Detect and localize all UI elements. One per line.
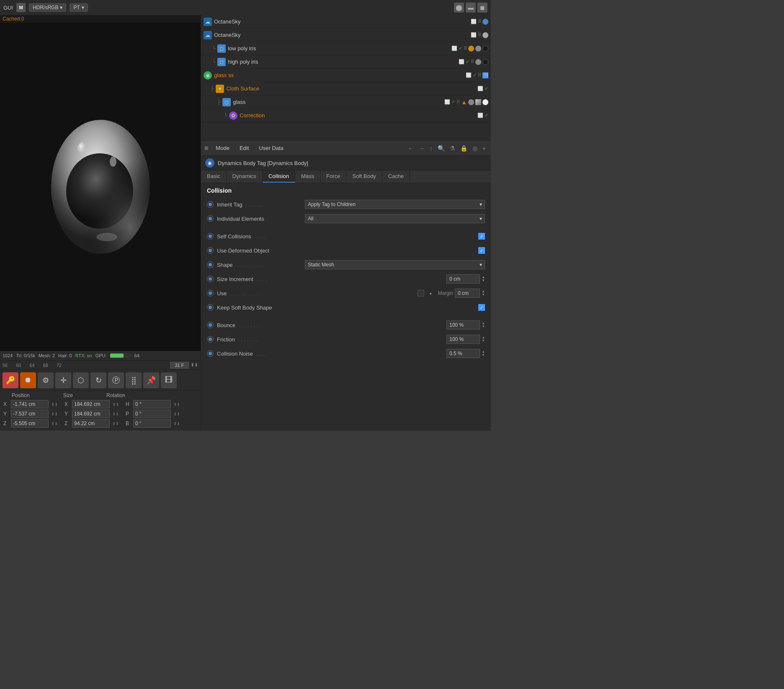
up-button[interactable]: ↑ (428, 144, 434, 152)
self-collisions-checkbox[interactable]: ✓ (478, 233, 485, 240)
mode-item-edit[interactable]: Edit (237, 143, 251, 153)
region-render-icon[interactable]: ▬ (466, 3, 476, 13)
x-pos-arrows[interactable]: ⬆⬇ (51, 402, 58, 407)
collision-noise-radio[interactable] (207, 350, 214, 357)
friction-spinner[interactable]: ▲ ▼ (482, 336, 485, 343)
h-rot-input[interactable] (133, 400, 171, 408)
x-pos-input[interactable] (11, 400, 49, 408)
logo-icon[interactable]: M (16, 3, 26, 12)
tab-softbody[interactable]: Soft Body (346, 170, 382, 183)
tab-dynamics[interactable]: Dynamics (227, 170, 263, 183)
z-size-arrows[interactable]: ⬆⬇ (112, 421, 119, 426)
color-profile-dropdown[interactable]: HDR/sRGB ▾ (29, 3, 66, 12)
tree-item-glass-ss[interactable]: ◉ glass ss ⬜ ✓ ⠿ (201, 69, 491, 82)
lock-button[interactable]: 🔒 (459, 144, 469, 152)
vis-icon-highpoly[interactable]: ⬜ (459, 59, 464, 65)
x-size-arrows[interactable]: ⬆⬇ (112, 402, 119, 407)
tree-item-highpoly[interactable]: └ ◻ high poly iris ⬜ ✓ ⠿ (201, 55, 491, 69)
z-pos-arrows[interactable]: ⬆⬇ (51, 421, 58, 426)
friction-input[interactable] (446, 335, 480, 344)
inherit-tag-radio[interactable] (207, 201, 214, 208)
tab-force[interactable]: Force (320, 170, 346, 183)
vis-icon-correction[interactable]: ⬜ (477, 113, 483, 118)
tab-basic[interactable]: Basic (201, 170, 227, 183)
check-glass[interactable]: ✓ (451, 99, 455, 105)
keep-soft-body-checkbox[interactable]: ✓ (478, 304, 485, 311)
vis-icon-1[interactable]: ⬜ (471, 19, 477, 24)
individual-elements-dropdown[interactable]: All ▾ (305, 214, 485, 223)
vis-icon-2[interactable]: ⬜ (471, 32, 477, 38)
tree-item-octanesky2[interactable]: ☁ OctaneSky ⬜ ⠿ (201, 28, 491, 42)
p-rot-arrows[interactable]: ⬆⬇ (173, 412, 180, 416)
y-size-input[interactable] (72, 410, 110, 418)
mode-item-userdata[interactable]: User Data (256, 143, 286, 153)
friction-radio[interactable] (207, 336, 214, 343)
preview-render-icon[interactable]: ◼ (477, 3, 487, 13)
forward-button[interactable]: → (417, 144, 426, 152)
tab-collision[interactable]: Collision (263, 170, 295, 183)
move-button[interactable]: ✛ (55, 372, 71, 388)
check-correction[interactable]: ✓ (485, 113, 488, 118)
search-button[interactable]: 🔍 (436, 144, 446, 152)
frame-arrows[interactable]: ⬆⬇ (191, 362, 198, 368)
check-highpoly[interactable]: ✓ (466, 59, 469, 65)
bounce-radio[interactable] (207, 322, 214, 328)
back-button[interactable]: ← (406, 144, 415, 152)
collision-noise-input[interactable] (446, 349, 480, 358)
pin-button[interactable]: 📌 (143, 372, 159, 388)
render-mode-dropdown[interactable]: PT ▾ (70, 3, 88, 12)
h-rot-arrows[interactable]: ⬆⬇ (173, 402, 180, 407)
bounce-input[interactable] (446, 320, 480, 330)
key-button[interactable]: 🔑 (3, 372, 18, 388)
vis-icon-cloth[interactable]: ⬜ (477, 86, 483, 91)
use-deformed-radio[interactable] (207, 247, 214, 254)
add-button[interactable]: + (481, 144, 487, 152)
grid-button[interactable]: ⣿ (126, 372, 142, 388)
check-lowpoly[interactable]: ✓ (459, 46, 462, 51)
vis-icon-lowpoly[interactable]: ⬜ (451, 46, 457, 51)
margin-spinner[interactable]: ▲ ▼ (482, 290, 485, 297)
y-size-arrows[interactable]: ⬆⬇ (112, 412, 119, 416)
inherit-tag-dropdown[interactable]: Apply Tag to Children ▾ (305, 200, 485, 209)
self-collisions-radio[interactable] (207, 233, 214, 240)
tree-item-octanesky1[interactable]: ☁ OctaneSky ⬜ ⠿ (201, 15, 491, 28)
tree-item-glass[interactable]: ├ ◻ glass ⬜ ✓ ⠿ ▲ (201, 95, 491, 109)
x-size-input[interactable] (72, 400, 110, 408)
size-increment-spinner[interactable]: ▲ ▼ (482, 276, 485, 282)
rotate-button[interactable]: ↻ (90, 372, 106, 388)
y-pos-arrows[interactable]: ⬆⬇ (51, 412, 58, 416)
parking-button[interactable]: Ⓟ (108, 372, 124, 388)
check-glass-ss[interactable]: ✓ (473, 72, 477, 78)
object-button[interactable]: ⬡ (73, 372, 89, 388)
size-increment-radio[interactable] (207, 276, 214, 282)
b-rot-input[interactable] (133, 419, 171, 428)
size-increment-input[interactable] (446, 274, 480, 284)
vis-icon-glass-ss[interactable]: ⬜ (466, 72, 472, 78)
margin-input[interactable] (455, 289, 480, 298)
tab-cache[interactable]: Cache (382, 170, 410, 183)
tree-item-lowpoly[interactable]: └ ◻ low poly iris ⬜ ✓ ⠿ (201, 42, 491, 55)
film-button[interactable]: 🎞 (161, 372, 177, 388)
render-icon[interactable]: ⬤ (454, 3, 464, 13)
b-rot-arrows[interactable]: ⬆⬇ (173, 421, 180, 426)
keep-soft-body-radio[interactable] (207, 304, 214, 311)
frame-input[interactable] (170, 362, 189, 369)
collision-noise-spinner[interactable]: ▲ ▼ (482, 350, 485, 357)
check-cloth[interactable]: ✓ (485, 86, 488, 91)
bounce-spinner[interactable]: ▲ ▼ (482, 322, 485, 328)
menu-icon[interactable]: ≡ (204, 145, 208, 152)
p-rot-input[interactable] (133, 410, 171, 418)
viewport-area[interactable] (0, 23, 201, 351)
y-pos-input[interactable] (11, 410, 49, 418)
tab-mass[interactable]: Mass (295, 170, 320, 183)
use-radio[interactable] (207, 290, 214, 297)
filter-button[interactable]: ⚗ (448, 144, 457, 152)
mode-item-mode[interactable]: Mode (213, 143, 232, 153)
settings-button[interactable]: ⚙ (38, 372, 54, 388)
tree-item-cloth[interactable]: ├ ✦ Cloth Surface ⬜ ✓ (201, 82, 491, 95)
z-size-input[interactable] (72, 419, 110, 428)
tree-item-correction[interactable]: └ ✿ Correction ⬜ ✓ (201, 109, 491, 122)
individual-elements-radio[interactable] (207, 215, 214, 222)
target-button[interactable]: ◎ (471, 144, 479, 152)
record-button[interactable]: ⏺ (20, 372, 36, 388)
